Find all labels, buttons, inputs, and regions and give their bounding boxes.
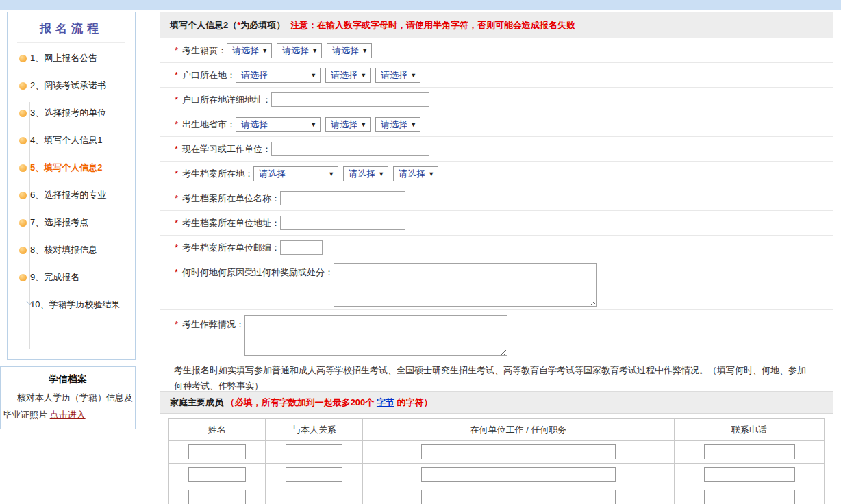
native-place-province-select[interactable]: 请选择▼ (227, 43, 272, 58)
required-asterisk: * (175, 70, 178, 80)
xuexin-text-line1: 核对本人学历（学籍）信息及 (1, 389, 135, 406)
required-asterisk: * (175, 119, 178, 129)
step-label: 4、填写个人信息1 (30, 135, 102, 145)
cheating-textarea[interactable] (244, 315, 507, 356)
row-archive-unit-name: *考生档案所在单位名称： (160, 186, 833, 211)
step-bullet-icon (19, 192, 27, 199)
archive-postcode-input[interactable] (280, 240, 323, 255)
required-asterisk: * (175, 242, 178, 253)
family-relation-input[interactable] (286, 467, 342, 482)
click-enter-link[interactable]: 点击进入 (50, 410, 86, 420)
family-relation-input[interactable] (286, 490, 342, 504)
family-workunit-input[interactable] (421, 444, 616, 459)
dropdown-arrow-icon: ▼ (360, 72, 366, 79)
step-1: 1、网上报名公告 (8, 45, 135, 72)
row-archive-unit-postcode: *考生档案所在单位邮编： (160, 236, 833, 260)
step-6: 6、选择报考的专业 (8, 181, 135, 209)
byte-link[interactable]: 字节 (377, 397, 394, 407)
family-relation-input[interactable] (286, 444, 342, 459)
birth-city-select[interactable]: 请选择▼ (325, 117, 371, 132)
native-place-city-select[interactable]: 请选择▼ (277, 43, 322, 58)
form-notice: 注意：在输入数字或字母时，请使用半角字符，否则可能会造成报名失败 (290, 20, 575, 30)
archive-unit-address-input[interactable] (280, 216, 405, 230)
step-2: 2、阅读考试承诺书 (8, 72, 135, 99)
family-name-input[interactable] (188, 444, 246, 459)
top-strip (0, 0, 841, 10)
reward-punishment-textarea[interactable] (334, 263, 597, 307)
field-label: 考生档案所在单位名称： (182, 193, 280, 203)
col-header-name: 姓名 (169, 419, 266, 441)
field-label: 考生作弊情况： (182, 319, 244, 329)
required-asterisk: * (175, 218, 178, 228)
field-label: 出生地省市： (182, 119, 236, 129)
family-workunit-input[interactable] (421, 467, 616, 482)
step-10: 10、学籍学历校验结果 (8, 291, 135, 318)
col-header-phone: 联系电话 (675, 419, 825, 441)
hukou-city-select[interactable]: 请选择▼ (325, 68, 371, 83)
xuexin-text-line2: 毕业证照片 点击进入 (1, 406, 135, 423)
field-label: 何时何地何原因受过何种奖励或处分： (182, 267, 334, 277)
dropdown-arrow-icon: ▼ (328, 171, 334, 177)
hukou-address-input[interactable] (271, 92, 429, 107)
family-phone-input[interactable] (704, 467, 795, 482)
birth-province-select[interactable]: 请选择▼ (236, 117, 321, 132)
archive-county-select[interactable]: 请选择▼ (393, 166, 438, 181)
hukou-county-select[interactable]: 请选择▼ (375, 68, 420, 83)
family-phone-input[interactable] (704, 444, 795, 459)
archive-city-select[interactable]: 请选择▼ (343, 166, 388, 181)
row-reward-punishment: *何时何地何原因受过何种奖励或处分： (160, 260, 833, 310)
archive-province-select[interactable]: 请选择▼ (253, 166, 338, 181)
row-archive-unit-address: *考生档案所在单位地址： (160, 211, 833, 236)
step-label: 5、填写个人信息2 (30, 162, 102, 173)
step-label: 9、完成报名 (30, 272, 79, 282)
step-bullet-icon (19, 110, 27, 117)
xuexin-archive-panel: 学信档案 核对本人学历（学籍）信息及 毕业证照片 点击进入 (0, 366, 136, 429)
family-name-input[interactable] (188, 490, 246, 504)
hukou-province-select[interactable]: 请选择▼ (236, 68, 321, 83)
required-asterisk: * (175, 144, 178, 154)
form-title: 填写个人信息2（*为必填项） (170, 20, 285, 30)
step-9: 9、完成报名 (8, 264, 135, 291)
birth-county-select[interactable]: 请选择▼ (375, 117, 420, 132)
field-label: 考生档案所在地： (182, 168, 253, 179)
step-5-current: 5、填写个人信息2 (8, 154, 135, 181)
step-label: 3、选择报考的单位 (30, 108, 106, 118)
family-section-title: 家庭主要成员 (170, 397, 223, 407)
step-4: 4、填写个人信息1 (8, 127, 135, 154)
field-label: 现在学习或工作单位： (182, 144, 271, 154)
family-row (169, 486, 825, 504)
required-asterisk: * (175, 94, 178, 105)
step-label: 10、学籍学历校验结果 (30, 299, 120, 310)
process-panel-title: 报名流程 (17, 21, 125, 43)
required-asterisk: * (175, 45, 178, 55)
step-label: 2、阅读考试承诺书 (30, 80, 106, 90)
step-bullet-icon (19, 55, 27, 62)
step-7: 7、选择报考点 (8, 209, 135, 236)
dropdown-arrow-icon: ▼ (428, 171, 434, 177)
step-8: 8、核对填报信息 (8, 236, 135, 264)
step-label: 1、网上报名公告 (30, 53, 97, 63)
family-workunit-input[interactable] (421, 490, 616, 504)
step-bullet-icon (19, 219, 27, 227)
step-bullet-icon (19, 164, 27, 172)
archive-unit-name-input[interactable] (280, 191, 405, 205)
step-bullet-icon (19, 137, 27, 144)
col-header-workunit: 在何单位工作 / 任何职务 (363, 419, 675, 441)
field-label: 户口所在地： (182, 70, 236, 80)
family-row (169, 441, 825, 464)
step-bullet-icon (19, 82, 27, 90)
step-3: 3、选择报考的单位 (8, 99, 135, 127)
row-work-unit: *现在学习或工作单位： (160, 137, 833, 162)
native-place-county-select[interactable]: 请选择▼ (327, 43, 372, 58)
row-cheating: *考生作弊情况： (160, 310, 833, 357)
family-table-header-row: 姓名 与本人关系 在何单位工作 / 任何职务 联系电话 (169, 419, 825, 441)
dropdown-arrow-icon: ▼ (410, 72, 416, 79)
step-label: 7、选择报考点 (30, 217, 88, 227)
dropdown-arrow-icon: ▼ (360, 121, 366, 128)
family-name-input[interactable] (188, 467, 246, 482)
personal-info-form-panel: 填写个人信息2（*为必填项） 注意：在输入数字或字母时，请使用半角字符，否则可能… (160, 12, 833, 504)
family-phone-input[interactable] (704, 490, 795, 504)
work-unit-input[interactable] (271, 142, 429, 156)
dropdown-arrow-icon: ▼ (262, 47, 268, 54)
dropdown-arrow-icon: ▼ (312, 47, 318, 54)
